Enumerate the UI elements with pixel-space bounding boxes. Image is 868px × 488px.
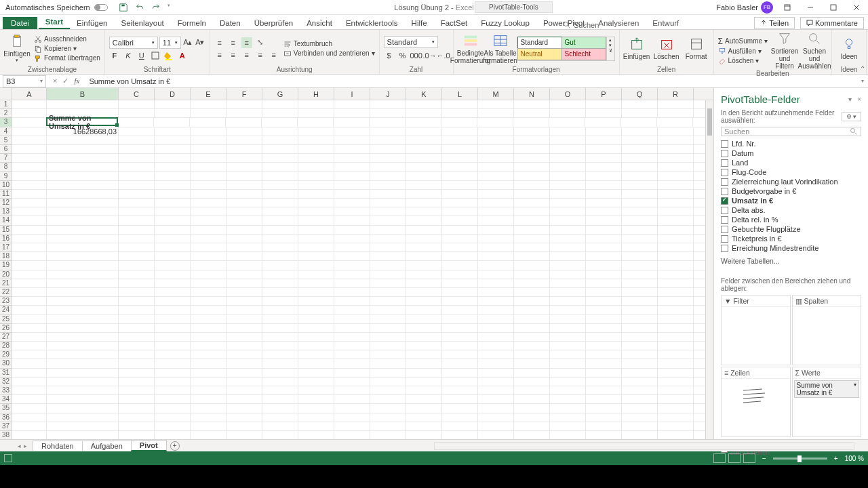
- sheet-tab[interactable]: Rohdaten: [33, 441, 83, 451]
- checkbox-icon[interactable]: [721, 188, 728, 195]
- undo-icon[interactable]: [135, 3, 144, 12]
- delete-cells-button[interactable]: Löschen: [654, 37, 679, 60]
- value-field-item[interactable]: Summe von Umsatz in €▾: [794, 380, 860, 398]
- col-header[interactable]: H: [298, 88, 334, 100]
- user-account[interactable]: Fabio Basler FB: [716, 1, 773, 14]
- field-search[interactable]: Suchen: [721, 127, 861, 136]
- view-page-layout-icon[interactable]: [728, 453, 741, 463]
- fill-color-icon[interactable]: [163, 50, 174, 61]
- tab-daten[interactable]: Daten: [213, 17, 248, 29]
- row-header[interactable]: 30: [0, 359, 12, 368]
- autosum-button[interactable]: ΣAutoSumme ▾: [718, 37, 768, 46]
- tab-analysieren[interactable]: Analysieren: [591, 17, 646, 29]
- row-header[interactable]: 12: [0, 199, 12, 207]
- name-box[interactable]: B3▾: [3, 75, 46, 87]
- active-cell[interactable]: Summe von Umsatz in €: [46, 117, 118, 126]
- col-header[interactable]: R: [658, 88, 694, 100]
- tab-ueberpruefen[interactable]: Überprüfen: [248, 17, 300, 29]
- gallery-more-icon[interactable]: ⊻: [607, 48, 614, 54]
- col-header[interactable]: J: [370, 88, 406, 100]
- font-color-icon[interactable]: A: [177, 50, 188, 61]
- row-header[interactable]: 13: [0, 207, 12, 216]
- qat-dropdown-icon[interactable]: ▾: [167, 3, 177, 12]
- col-header[interactable]: B: [47, 88, 119, 100]
- checkbox-icon[interactable]: [721, 169, 728, 176]
- checkbox-icon[interactable]: [721, 140, 728, 148]
- toggle-off-icon[interactable]: [94, 4, 108, 11]
- row-header[interactable]: 21: [0, 279, 12, 288]
- font-size-combo[interactable]: 11▾: [159, 37, 181, 49]
- pivot-field[interactable]: Umsatz in €: [721, 196, 861, 205]
- pivot-field[interactable]: Land: [721, 158, 861, 167]
- sheet-tab[interactable]: Aufgaben: [82, 441, 132, 451]
- tab-factset[interactable]: FactSet: [434, 17, 475, 29]
- select-all-triangle[interactable]: [0, 88, 12, 100]
- sheet-tab[interactable]: Pivot: [131, 440, 167, 451]
- more-tables-link[interactable]: Weitere Tabellen...: [721, 257, 861, 265]
- number-format-combo[interactable]: Standard▾: [384, 36, 438, 48]
- area-rows[interactable]: ≡Zeilen: [721, 367, 791, 437]
- align-left-icon[interactable]: ≡: [214, 49, 225, 60]
- row-header[interactable]: 28: [0, 342, 12, 350]
- checkbox-icon[interactable]: [721, 178, 728, 186]
- tab-nav-next-icon[interactable]: ▸: [24, 443, 27, 449]
- col-header[interactable]: P: [586, 88, 622, 100]
- col-header[interactable]: E: [191, 88, 226, 100]
- decrease-font-icon[interactable]: A▾: [195, 37, 205, 48]
- conditional-formatting-button[interactable]: Bedingte Formatierung: [458, 33, 484, 64]
- fill-button[interactable]: Ausfüllen ▾: [718, 47, 768, 56]
- tell-me-search[interactable]: Suchen: [563, 21, 599, 29]
- view-page-break-icon[interactable]: [743, 453, 755, 463]
- row-header[interactable]: 36: [0, 413, 12, 422]
- wrap-text-button[interactable]: Textumbruch: [283, 40, 375, 48]
- row-header[interactable]: 17: [0, 243, 12, 252]
- paste-button[interactable]: Einfügen▾: [4, 34, 30, 63]
- row-header[interactable]: 23: [0, 297, 12, 306]
- col-header[interactable]: L: [442, 88, 478, 100]
- bold-icon[interactable]: F: [109, 50, 120, 61]
- pivot-field[interactable]: Budgetvorgabe in €: [721, 186, 861, 196]
- checkbox-icon[interactable]: [721, 235, 728, 243]
- col-header[interactable]: O: [550, 88, 586, 100]
- pivot-field[interactable]: Datum: [721, 148, 861, 158]
- row-header[interactable]: 25: [0, 315, 12, 324]
- row-header[interactable]: 19: [0, 261, 12, 270]
- checkbox-icon[interactable]: [721, 159, 728, 167]
- cell-styles-gallery[interactable]: Standard Neutral Gut Schlecht ▴ ▾ ⊻: [517, 37, 615, 61]
- col-header[interactable]: F: [226, 88, 262, 100]
- indent-decrease-icon[interactable]: ≡: [255, 49, 266, 60]
- maximize-icon[interactable]: [825, 1, 842, 14]
- underline-icon[interactable]: U: [136, 50, 147, 61]
- tab-start[interactable]: Start: [39, 16, 70, 29]
- align-right-icon[interactable]: ≡: [241, 49, 252, 60]
- style-gut[interactable]: Gut: [561, 37, 606, 49]
- pivot-field[interactable]: Delta abs.: [721, 205, 861, 215]
- worksheet-grid[interactable]: A B C D E F G H I J K L M N O P Q R 1234…: [0, 88, 713, 439]
- area-columns[interactable]: ▥Spalten: [792, 295, 862, 365]
- row-header[interactable]: 11: [0, 190, 12, 199]
- col-header[interactable]: I: [334, 88, 370, 100]
- col-header[interactable]: A: [12, 88, 47, 100]
- row-header[interactable]: 34: [0, 395, 12, 404]
- gallery-down-icon[interactable]: ▾: [607, 43, 614, 48]
- row-header[interactable]: 4: [0, 127, 12, 136]
- pivot-field[interactable]: Lfd. Nr.: [721, 139, 861, 148]
- row-header[interactable]: 2: [0, 109, 12, 118]
- format-cells-button[interactable]: Format: [684, 37, 709, 60]
- vertical-scrollbar[interactable]: [705, 100, 713, 439]
- pane-layout-button[interactable]: ⚙▾: [842, 112, 861, 121]
- row-header[interactable]: 6: [0, 145, 12, 154]
- style-neutral[interactable]: Neutral: [517, 48, 562, 60]
- row-header[interactable]: 5: [0, 136, 12, 145]
- row-header[interactable]: 20: [0, 270, 12, 279]
- row-header[interactable]: 32: [0, 378, 12, 386]
- percent-icon[interactable]: %: [397, 50, 408, 61]
- pivot-field[interactable]: Gebuchte Flugplätze: [721, 224, 861, 234]
- row-header[interactable]: 37: [0, 422, 12, 431]
- insert-cells-button[interactable]: Einfügen: [624, 37, 650, 60]
- tab-nav-prev-icon[interactable]: ◂: [18, 443, 21, 449]
- pane-close-icon[interactable]: ×: [857, 96, 861, 103]
- row-header[interactable]: 18: [0, 252, 12, 261]
- row-header[interactable]: 14: [0, 216, 12, 225]
- row-header[interactable]: 29: [0, 350, 12, 359]
